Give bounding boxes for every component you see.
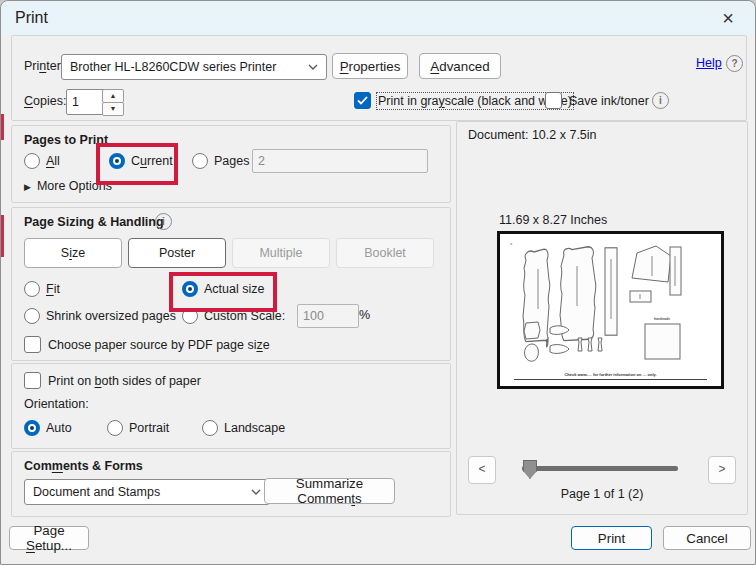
multiple-tab-button: Multiple (232, 238, 330, 268)
comments-forms-select-value: Document and Stamps (33, 485, 160, 499)
shrink-pages-radio[interactable]: Shrink oversized pages (24, 308, 176, 324)
fit-radio[interactable]: Fit (24, 281, 60, 297)
actual-size-radio[interactable]: Actual size (182, 281, 264, 297)
chevron-down-icon (308, 64, 318, 70)
edge-artifact (1, 114, 4, 140)
info-icon[interactable]: i (652, 92, 669, 109)
preview-panel: Document: 10.2 x 7.5in 11.69 x 8.27 Inch… (456, 121, 748, 515)
checkbox-unchecked-icon (24, 336, 41, 353)
radio-checked-icon (24, 420, 40, 436)
paper-size-label: 11.69 x 8.27 Inches (499, 213, 607, 227)
pages-current-radio[interactable]: Current (109, 153, 173, 169)
pages-to-print-group: Pages to Print All Current Pages 2 ▶More… (11, 125, 451, 203)
svg-text:handmade: handmade (654, 317, 670, 321)
booklet-tab-button: Booklet (336, 238, 434, 268)
orientation-auto-radio[interactable]: Auto (24, 420, 72, 436)
copies-input[interactable]: 1 (66, 89, 107, 115)
title-bar: Print × (1, 1, 755, 35)
poster-tab-button[interactable]: Poster (128, 238, 226, 268)
orientation-group: Print on both sides of paper Orientation… (11, 363, 451, 449)
next-page-button[interactable]: > (708, 456, 736, 484)
radio-unchecked-icon (107, 420, 123, 436)
dialog-title: Print (15, 9, 48, 27)
edge-artifact (1, 215, 4, 257)
close-icon[interactable]: × (715, 5, 741, 31)
duplex-checkbox[interactable]: Print on both sides of paper (24, 372, 201, 389)
radio-unchecked-icon (202, 420, 218, 436)
size-tab-button[interactable]: Size (24, 238, 122, 268)
orientation-portrait-radio[interactable]: Portrait (107, 420, 169, 436)
print-preview-page: * handmade Check www.… for further infor… (497, 231, 724, 389)
custom-scale-input[interactable]: 100 (297, 304, 359, 328)
svg-text:*: * (510, 242, 513, 248)
slider-thumb[interactable] (523, 460, 537, 479)
printer-select[interactable]: Brother HL-L8260CDW series Printer (61, 54, 327, 80)
comments-forms-select[interactable]: Document and Stamps (24, 479, 270, 505)
pattern-preview-image: * handmade (500, 234, 721, 386)
orientation-label: Orientation: (24, 397, 89, 411)
comments-forms-header: Comments & Forms (24, 459, 143, 473)
checkbox-unchecked-icon (24, 372, 41, 389)
paper-source-checkbox[interactable]: Choose paper source by PDF page size (24, 336, 270, 353)
info-icon[interactable]: i (155, 213, 172, 230)
preview-caption: Check www.… for further information on …… (500, 372, 721, 377)
print-button[interactable]: Print (571, 526, 652, 550)
printer-label: Printer: (24, 59, 64, 73)
page-sizing-header: Page Sizing & Handling (24, 215, 164, 229)
more-options-expander[interactable]: ▶More Options (24, 179, 112, 193)
radio-unchecked-icon (24, 153, 40, 169)
cancel-button[interactable]: Cancel (663, 526, 751, 550)
grayscale-checkbox[interactable]: Print in grayscale (black and white) (354, 92, 572, 109)
radio-unchecked-icon (24, 308, 40, 324)
document-size-label: Document: 10.2 x 7.5in (468, 128, 597, 142)
radio-unchecked-icon (192, 153, 208, 169)
previous-page-button[interactable]: < (468, 456, 496, 484)
custom-scale-radio[interactable]: Custom Scale: (182, 308, 285, 324)
copies-increment-button[interactable]: ▲ (102, 89, 124, 103)
radio-unchecked-icon (24, 281, 40, 297)
page-setup-button[interactable]: Page Setup... (9, 526, 89, 550)
copies-decrement-button[interactable]: ▼ (102, 102, 124, 116)
save-ink-checkbox[interactable]: Save ink/toner (545, 92, 649, 109)
pages-pages-radio[interactable]: Pages (192, 153, 249, 169)
chevron-down-icon (251, 489, 261, 495)
printer-group: Printer: Brother HL-L8260CDW series Prin… (11, 35, 747, 121)
summarize-comments-button[interactable]: Summarize Comments (264, 478, 395, 504)
checkbox-unchecked-icon (545, 92, 562, 109)
help-link[interactable]: Help (696, 56, 722, 70)
orientation-landscape-radio[interactable]: Landscape (202, 420, 285, 436)
advanced-button[interactable]: Advanced (419, 53, 501, 79)
save-ink-label: Save ink/toner (569, 94, 649, 108)
comments-forms-group: Comments & Forms Document and Stamps Sum… (11, 451, 451, 517)
radio-unchecked-icon (182, 308, 198, 324)
pages-all-radio[interactable]: All (24, 153, 60, 169)
radio-checked-icon (109, 153, 125, 169)
triangle-right-icon: ▶ (24, 182, 31, 192)
page-sizing-group: Page Sizing & Handling i Size Poster Mul… (11, 207, 451, 361)
preview-page-slider[interactable] (522, 466, 678, 471)
properties-button[interactable]: Properties (332, 53, 408, 79)
pages-to-print-header: Pages to Print (24, 133, 108, 147)
pages-range-input[interactable]: 2 (252, 149, 428, 173)
checkbox-checked-icon (354, 92, 371, 109)
copies-label: Copies: (24, 94, 66, 108)
help-icon[interactable]: ? (726, 55, 743, 72)
percent-label: % (359, 308, 370, 322)
print-dialog: Print × Printer: Brother HL-L8260CDW ser… (0, 0, 756, 565)
grayscale-label: Print in grayscale (black and white) (378, 94, 572, 108)
radio-checked-icon (182, 281, 198, 297)
caption-rule (514, 379, 707, 380)
printer-select-value: Brother HL-L8260CDW series Printer (70, 60, 276, 74)
page-indicator: Page 1 of 1 (2) (457, 487, 747, 501)
